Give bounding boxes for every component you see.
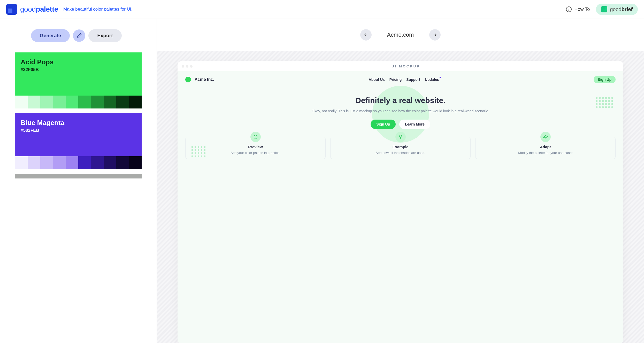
palette-list: Acid Pops#32F05BBlue Magenta#582FEB xyxy=(0,52,157,178)
shade-swatch[interactable] xyxy=(78,96,91,108)
mockup-title: UI MOCKUP xyxy=(193,64,619,68)
shade-swatch[interactable] xyxy=(66,156,78,169)
eyedropper-icon xyxy=(76,33,82,38)
eyedropper-button[interactable] xyxy=(73,29,85,42)
shade-swatch[interactable] xyxy=(66,96,78,108)
shade-swatch[interactable] xyxy=(116,96,129,108)
shade-swatch[interactable] xyxy=(28,156,40,169)
mockup-hero: Definitely a real website. Okay, not rea… xyxy=(185,83,616,134)
svg-point-0 xyxy=(399,135,402,137)
palette-name: Blue Magenta xyxy=(21,119,136,127)
feature-row: PreviewSee your color palette in practic… xyxy=(185,134,616,159)
howto-link[interactable]: i How To xyxy=(566,6,590,12)
feature-desc: Modify the palette for your use-case! xyxy=(479,151,612,155)
mockup-nav-link[interactable]: Pricing xyxy=(389,77,402,82)
shade-swatch[interactable] xyxy=(91,96,104,108)
feature-desc: See your color palette in practice. xyxy=(189,151,322,155)
logo-text: goodpalette xyxy=(20,5,58,13)
mockup-nav-link[interactable]: Support xyxy=(406,77,420,82)
left-panel: Generate Export Acid Pops#32F05BBlue Mag… xyxy=(0,19,157,343)
shade-swatch[interactable] xyxy=(15,156,28,169)
shade-swatch[interactable] xyxy=(15,96,28,108)
arrow-right-icon xyxy=(433,33,437,37)
palette-name: Acid Pops xyxy=(21,58,136,66)
mockup-nav-link[interactable]: About Us xyxy=(369,77,385,82)
info-icon: i xyxy=(566,6,572,12)
shade-row xyxy=(15,156,142,169)
preview-toolbar: Acme.com xyxy=(157,19,644,51)
goodbrief-link[interactable]: goodbrief xyxy=(596,4,638,15)
feature-icon xyxy=(395,132,406,142)
goodbrief-label: goodbrief xyxy=(610,6,633,12)
mockup-nav: Acme Inc. About UsPricingSupportUpdates … xyxy=(185,76,616,83)
mockup-signup-pill[interactable]: Sign Up xyxy=(594,76,616,83)
prev-preview-button[interactable] xyxy=(360,29,372,41)
mockup-brand: Acme Inc. xyxy=(195,77,214,82)
preview-area: UI MOCKUP Acme Inc. About UsPricingSuppo… xyxy=(157,51,644,343)
shade-swatch[interactable] xyxy=(53,96,66,108)
svg-point-2 xyxy=(543,135,548,138)
goodbrief-icon xyxy=(601,6,607,12)
shade-swatch[interactable] xyxy=(116,156,129,169)
mockup-window: UI MOCKUP Acme Inc. About UsPricingSuppo… xyxy=(178,61,623,343)
shade-swatch[interactable] xyxy=(40,96,53,108)
shade-swatch[interactable] xyxy=(78,156,91,169)
feature-card: ExampleSee how all the shades are used. xyxy=(330,137,471,159)
export-button[interactable]: Export xyxy=(88,29,121,42)
mockup-logo-icon xyxy=(185,77,191,82)
feature-title: Preview xyxy=(189,145,322,149)
shade-swatch[interactable] xyxy=(129,156,142,169)
shade-swatch[interactable] xyxy=(53,156,66,169)
palette-card[interactable] xyxy=(15,174,142,178)
hero-heading: Definitely a real website. xyxy=(201,96,600,105)
feature-icon xyxy=(540,132,551,142)
preview-title: Acme.com xyxy=(387,32,414,38)
feature-title: Adapt xyxy=(479,145,612,149)
mockup-titlebar: UI MOCKUP xyxy=(178,61,623,71)
shade-swatch[interactable] xyxy=(104,156,116,169)
shade-swatch[interactable] xyxy=(104,96,116,108)
feature-icon xyxy=(250,132,261,142)
shade-row xyxy=(15,96,142,108)
tagline: Make beautiful color palettes for UI. xyxy=(63,7,132,12)
arrow-left-icon xyxy=(364,33,368,37)
feature-card: PreviewSee your color palette in practic… xyxy=(185,137,326,159)
feature-title: Example xyxy=(334,145,467,149)
shade-swatch[interactable] xyxy=(91,156,104,169)
shade-swatch[interactable] xyxy=(129,96,142,108)
left-toolbar: Generate Export xyxy=(0,19,157,52)
hero-subtitle: Okay, not really. This is just a mockup … xyxy=(201,108,600,114)
logo[interactable]: goodpalette xyxy=(6,4,58,15)
feature-desc: See how all the shades are used. xyxy=(334,151,467,155)
shade-swatch[interactable] xyxy=(28,96,40,108)
window-dots-icon xyxy=(182,65,193,68)
next-preview-button[interactable] xyxy=(429,29,441,41)
mockup-body: Acme Inc. About UsPricingSupportUpdates … xyxy=(178,71,623,343)
mockup-nav-link[interactable]: Updates xyxy=(425,77,439,82)
palette-hex: #582FEB xyxy=(21,128,136,133)
howto-label: How To xyxy=(574,7,590,12)
palette-hex: #32F05B xyxy=(21,67,136,72)
generate-button[interactable]: Generate xyxy=(31,29,70,42)
hero-primary-button[interactable]: Sign Up xyxy=(371,120,396,129)
logo-icon xyxy=(6,4,17,15)
right-panel: Acme.com UI MOCKUP Acme Inc. About UsPri… xyxy=(157,19,644,343)
hero-secondary-button[interactable]: Learn More xyxy=(399,120,430,129)
palette-card[interactable]: Blue Magenta#582FEB xyxy=(15,113,142,169)
app-header: goodpalette Make beautiful color palette… xyxy=(0,0,644,19)
shade-swatch[interactable] xyxy=(40,156,53,169)
palette-card[interactable]: Acid Pops#32F05B xyxy=(15,52,142,108)
feature-card: AdaptModify the palette for your use-cas… xyxy=(475,137,616,159)
